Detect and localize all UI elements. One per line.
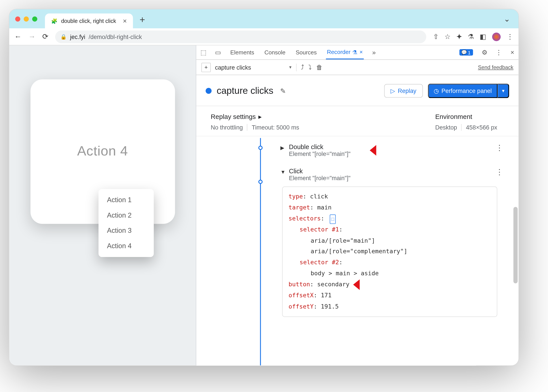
- play-icon: ▷: [391, 87, 395, 94]
- panel-icon[interactable]: ◧: [480, 33, 486, 41]
- performance-panel-menu[interactable]: ▾: [498, 84, 509, 98]
- flask-icon: ⚗: [352, 49, 358, 55]
- reload-button[interactable]: ⟳: [42, 32, 48, 41]
- forward-button[interactable]: →: [28, 32, 36, 41]
- recording-header: capture clicks ✎ ▷ Replay ◷ Performance …: [196, 75, 519, 106]
- favicon-icon: 🧩: [51, 18, 58, 24]
- tab-console[interactable]: Console: [264, 45, 286, 59]
- detail-key: button: [288, 281, 310, 288]
- share-icon[interactable]: ⇧: [433, 33, 439, 41]
- browser-toolbar: ← → ⟳ 🔒 jec.fyi/demo/dbl-right-click ⇧ ☆…: [9, 28, 519, 45]
- replay-button[interactable]: ▷ Replay: [384, 84, 423, 98]
- detail-key: type: [288, 193, 303, 200]
- lock-icon: 🔒: [60, 34, 67, 40]
- inspect-icon[interactable]: ⬚: [200, 49, 206, 56]
- step-title: Double click: [289, 143, 351, 150]
- detail-value: aria/[role="main"]: [288, 235, 491, 246]
- page-viewport[interactable]: Action 4 Action 1 Action 2 Action 3 Acti…: [9, 45, 196, 365]
- performance-panel-button[interactable]: ◷ Performance panel: [428, 84, 498, 98]
- close-tab-icon[interactable]: ×: [123, 18, 127, 24]
- export-icon[interactable]: ⤴: [301, 64, 304, 71]
- tab-title: double click, right click: [61, 18, 116, 24]
- maximize-window-button[interactable]: [32, 16, 37, 21]
- recording-select[interactable]: capture clicks ▾: [215, 64, 292, 71]
- issues-badge[interactable]: 💬 1: [459, 49, 473, 56]
- minimize-window-button[interactable]: [24, 16, 29, 21]
- browser-tabstrip: 🧩 double click, right click × + ⌄: [9, 9, 519, 28]
- annotation-arrow-icon: [353, 278, 373, 296]
- new-tab-button[interactable]: +: [140, 14, 145, 25]
- card-title: Action 4: [77, 143, 128, 159]
- detail-value: 171: [321, 292, 331, 299]
- devtools-panel: ⬚ ▭ Elements Console Sources Recorder ⚗ …: [196, 45, 519, 365]
- edit-title-icon[interactable]: ✎: [280, 87, 286, 95]
- new-recording-button[interactable]: +: [201, 63, 211, 72]
- send-feedback-link[interactable]: Send feedback: [478, 64, 513, 70]
- context-menu-item[interactable]: Action 2: [98, 208, 154, 223]
- detail-value: body > main > aside: [288, 268, 491, 279]
- viewport-value: 458×566 px: [466, 124, 497, 131]
- step-menu-icon[interactable]: ⋮: [496, 167, 503, 177]
- detail-key: offsetY: [288, 303, 314, 310]
- step-click[interactable]: ⋮ ▼ Click Element "[role="main"]" type: …: [273, 165, 511, 328]
- back-button[interactable]: ←: [14, 32, 21, 41]
- timeline-line: [260, 138, 261, 366]
- recording-title: capture clicks: [217, 85, 273, 96]
- tab-recorder[interactable]: Recorder ⚗ ×: [326, 45, 364, 59]
- chevron-down-icon[interactable]: ▼: [280, 169, 285, 175]
- device-value: Desktop: [435, 124, 457, 131]
- annotation-arrow-icon: [370, 143, 390, 159]
- chevron-right-icon[interactable]: ▶: [280, 145, 285, 151]
- profile-avatar[interactable]: [492, 32, 501, 41]
- detail-value: click: [310, 193, 328, 200]
- detail-key: selector #1: [300, 226, 339, 233]
- replay-label: Replay: [398, 87, 416, 94]
- detail-key: target: [288, 204, 310, 211]
- detail-value: 191.5: [321, 303, 338, 310]
- environment-heading: Environment: [435, 113, 497, 121]
- close-tab-icon[interactable]: ×: [359, 49, 363, 55]
- settings-row: Replay settings ▸ No throttling Timeout:…: [196, 106, 519, 136]
- tab-elements[interactable]: Elements: [230, 45, 255, 59]
- collapse-tabs-icon[interactable]: ⌄: [504, 14, 513, 23]
- settings-icon[interactable]: ⚙: [482, 49, 487, 56]
- replay-settings-toggle[interactable]: Replay settings ▸: [211, 113, 299, 121]
- overflow-tabs-icon[interactable]: »: [372, 49, 376, 56]
- tab-recorder-label: Recorder: [327, 49, 351, 55]
- step-double-click[interactable]: ⋮ ▶ Double click Element "[role="main"]": [273, 140, 511, 165]
- more-icon[interactable]: ⋮: [506, 33, 513, 41]
- more-icon[interactable]: ⋮: [496, 49, 502, 56]
- step-detail: type: click target: main selectors: ⬚ se…: [282, 187, 497, 317]
- timeout-value: Timeout: 5000 ms: [252, 124, 299, 131]
- chevron-right-icon: ▸: [258, 113, 262, 121]
- timeline-dot: [258, 146, 263, 150]
- step-menu-icon[interactable]: ⋮: [496, 143, 503, 152]
- tab-sources[interactable]: Sources: [295, 45, 318, 59]
- context-menu-item[interactable]: Action 4: [98, 238, 154, 253]
- step-title: Click: [289, 167, 351, 175]
- browser-tab[interactable]: 🧩 double click, right click ×: [45, 13, 133, 28]
- detail-key: selector #2: [300, 259, 339, 266]
- delete-icon[interactable]: 🗑: [316, 64, 323, 71]
- step-subtitle: Element "[role="main"]": [289, 175, 351, 182]
- throttling-value: No throttling: [211, 124, 243, 131]
- detail-value: main: [317, 204, 331, 211]
- extensions-icon[interactable]: ✦: [456, 33, 462, 41]
- window-controls: [15, 16, 37, 21]
- close-window-button[interactable]: [15, 16, 20, 21]
- close-devtools-icon[interactable]: ×: [511, 49, 514, 56]
- address-bar[interactable]: 🔒 jec.fyi/demo/dbl-right-click: [55, 30, 426, 43]
- performance-panel-label: Performance panel: [441, 87, 492, 94]
- import-icon[interactable]: ⤵: [308, 64, 312, 71]
- chevron-down-icon: ▾: [289, 64, 292, 70]
- context-menu-item[interactable]: Action 1: [98, 192, 154, 208]
- url-host: jec.fyi: [70, 33, 85, 40]
- selector-picker-icon[interactable]: ⬚: [330, 215, 336, 224]
- flask-icon[interactable]: ⚗: [468, 33, 474, 41]
- replay-settings-label: Replay settings: [211, 113, 256, 121]
- device-toggle-icon[interactable]: ▭: [215, 49, 221, 56]
- bookmark-icon[interactable]: ☆: [444, 33, 450, 41]
- recording-select-label: capture clicks: [215, 64, 251, 71]
- url-path: /demo/dbl-right-click: [89, 33, 142, 40]
- context-menu-item[interactable]: Action 3: [98, 223, 154, 238]
